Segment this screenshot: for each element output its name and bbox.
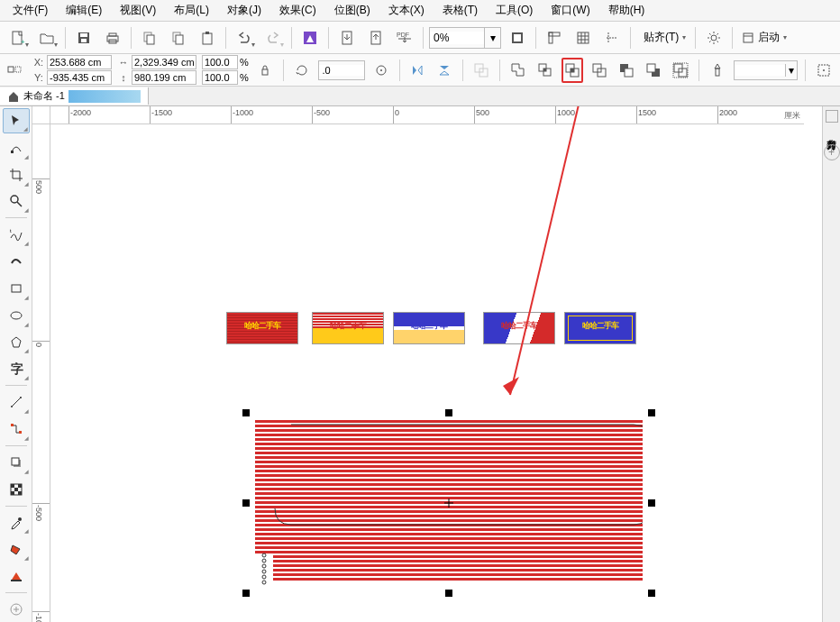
- outline-width-input[interactable]: [735, 65, 785, 76]
- separator: [328, 27, 329, 49]
- menu-bitmap[interactable]: 位图(B): [325, 1, 379, 20]
- height-input[interactable]: [132, 70, 196, 85]
- front-minus-back-button[interactable]: [616, 58, 637, 83]
- mirror-v-button[interactable]: [434, 58, 455, 83]
- zoom-input[interactable]: [430, 32, 484, 44]
- ruler-corner[interactable]: [32, 106, 50, 124]
- x-input[interactable]: [47, 55, 112, 69]
- outline-width-combo[interactable]: ▾: [734, 60, 798, 80]
- simplify-button[interactable]: [589, 58, 610, 83]
- pdf-button[interactable]: PDF: [392, 25, 417, 50]
- add-docker-button[interactable]: +: [824, 144, 840, 160]
- selected-object[interactable]: [246, 413, 652, 593]
- copy-button[interactable]: [166, 25, 191, 50]
- parallel-dimension-tool[interactable]: ◢: [3, 389, 30, 415]
- docker-toggle-icon[interactable]: [826, 110, 838, 123]
- svg-point-29: [711, 35, 717, 41]
- zoom-dropdown-arrow[interactable]: ▾: [484, 28, 500, 48]
- separator: [462, 59, 463, 81]
- align-distribute-tab[interactable]: 对齐与分布: [823, 126, 840, 137]
- menu-tools[interactable]: 工具(O): [487, 1, 542, 20]
- guidelines-button[interactable]: [599, 25, 625, 50]
- interactive-fill-tool[interactable]: ◢: [3, 536, 30, 562]
- width-input[interactable]: [132, 55, 196, 69]
- weld-button[interactable]: [507, 58, 529, 83]
- zoom-tool[interactable]: ◢: [3, 189, 30, 215]
- app-launcher-button[interactable]: 启动▾: [738, 25, 790, 50]
- save-button[interactable]: [71, 25, 96, 50]
- y-input[interactable]: [47, 70, 112, 85]
- search-content-button[interactable]: [297, 25, 323, 50]
- undo-button[interactable]: ▾: [232, 25, 257, 50]
- mirror-h-button[interactable]: [406, 58, 428, 83]
- text-tool[interactable]: 字◢: [3, 356, 30, 381]
- print-button[interactable]: [100, 25, 125, 50]
- smart-fill-tool[interactable]: [3, 563, 30, 589]
- rulers-button[interactable]: [542, 25, 567, 50]
- rotate-input[interactable]: [319, 65, 364, 76]
- rectangle-tool[interactable]: ◢: [3, 276, 30, 301]
- fullscreen-button[interactable]: [505, 25, 530, 50]
- eyedropper-tool[interactable]: ◢: [3, 510, 30, 535]
- paste-button[interactable]: [195, 25, 220, 50]
- menu-help[interactable]: 帮助(H): [599, 1, 654, 20]
- rotate-center-button[interactable]: [370, 58, 392, 83]
- pick-tool[interactable]: ◢: [3, 108, 30, 133]
- drop-shadow-tool[interactable]: ◢: [3, 450, 30, 475]
- trim-button[interactable]: [534, 58, 556, 83]
- menu-object[interactable]: 对象(J): [218, 1, 270, 20]
- shape-tool[interactable]: ◢: [3, 135, 30, 160]
- object-position-icon[interactable]: [5, 58, 27, 83]
- connector-tool[interactable]: ◢: [3, 416, 30, 442]
- new-button[interactable]: +▾: [5, 25, 31, 50]
- menu-table[interactable]: 表格(T): [434, 1, 487, 20]
- vertical-ruler[interactable]: 5000-500-1000: [32, 124, 50, 622]
- snap-button[interactable]: 贴齐(T)▾: [636, 25, 689, 50]
- lock-ratio-button[interactable]: [254, 58, 276, 83]
- scale-y-input[interactable]: [202, 70, 238, 85]
- design-thumbnail[interactable]: 哈哈二手车: [483, 312, 555, 344]
- design-thumbnail[interactable]: 哈哈二手车: [312, 312, 384, 344]
- design-thumbnail[interactable]: 哈哈二手车: [564, 312, 636, 344]
- polygon-tool[interactable]: ◢: [3, 330, 30, 355]
- cut-button[interactable]: [137, 25, 162, 50]
- intersect-button[interactable]: [562, 58, 584, 83]
- boundary-button[interactable]: [670, 58, 691, 83]
- ellipse-tool[interactable]: ◢: [3, 303, 30, 328]
- transparency-tool[interactable]: [3, 477, 30, 502]
- menu-effect[interactable]: 效果(C): [270, 1, 325, 20]
- menu-edit[interactable]: 编辑(E): [57, 1, 111, 20]
- combine-button[interactable]: [470, 58, 492, 83]
- menu-text[interactable]: 文本(X): [379, 1, 434, 20]
- outline-pen-button[interactable]: [707, 58, 728, 83]
- overflow-button[interactable]: [813, 58, 835, 83]
- crop-tool[interactable]: ◢: [3, 162, 30, 188]
- quick-customize-button[interactable]: [3, 597, 30, 622]
- artistic-media-tool[interactable]: [3, 249, 30, 274]
- design-thumbnail[interactable]: 哈哈二手车: [226, 312, 298, 344]
- zoom-combo[interactable]: ▾: [429, 27, 501, 49]
- separator: [131, 27, 132, 49]
- back-minus-front-button[interactable]: [643, 58, 664, 83]
- svg-text:字: 字: [11, 361, 23, 376]
- horizontal-ruler[interactable]: 厘米 -2000-1500-1000-5000500100015002000: [50, 106, 804, 124]
- scale-x-input[interactable]: [202, 55, 238, 69]
- svg-rect-61: [12, 285, 21, 292]
- grid-button[interactable]: [571, 25, 596, 50]
- canvas[interactable]: 哈哈二手车哈哈二手车哈哈二手车哈哈二手车哈哈二手车: [50, 124, 804, 622]
- svg-point-86: [262, 553, 266, 557]
- menu-view[interactable]: 视图(V): [111, 1, 165, 20]
- document-tab[interactable]: 未命名 -1: [0, 87, 149, 105]
- menu-layout[interactable]: 布局(L): [165, 1, 218, 20]
- options-button[interactable]: [701, 25, 726, 50]
- import-button[interactable]: [334, 25, 360, 50]
- design-thumbnail[interactable]: 哈哈二手车: [393, 312, 465, 344]
- rotate-field[interactable]: [318, 60, 365, 80]
- menu-file[interactable]: 文件(F): [4, 1, 57, 20]
- export-button[interactable]: [363, 25, 388, 50]
- svg-rect-41: [543, 69, 546, 71]
- menu-window[interactable]: 窗口(W): [542, 1, 598, 20]
- redo-button[interactable]: ▾: [260, 25, 286, 50]
- freehand-tool[interactable]: t◢: [3, 222, 30, 247]
- open-button[interactable]: ▾: [34, 25, 59, 50]
